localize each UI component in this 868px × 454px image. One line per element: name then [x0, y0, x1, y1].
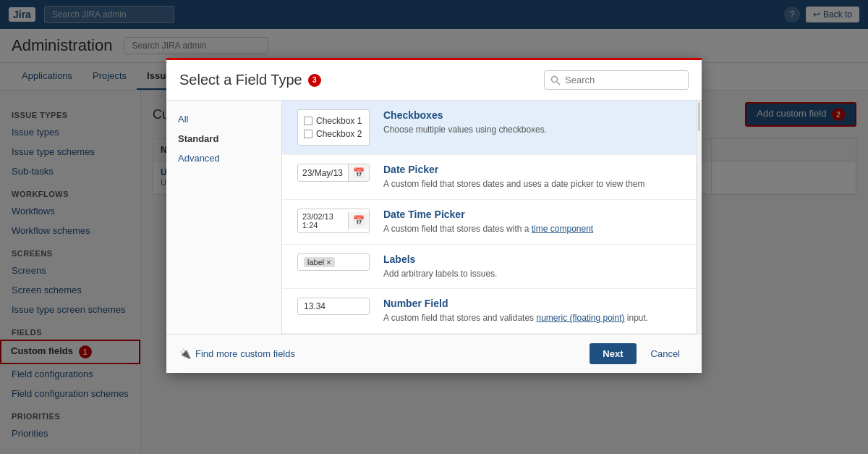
field-type-datetime-picker[interactable]: 23/02/13 1:24 📅 Date Time Picker A custo… [282, 200, 696, 245]
labels-desc: Add arbitrary labels to issues. [383, 268, 684, 280]
modal-step-badge: 3 [308, 74, 321, 87]
checkbox-label-1: Checkbox 1 [316, 116, 362, 126]
datetime-picker-desc: A custom field that stores dates with a … [383, 223, 684, 235]
checkbox-icon-2 [304, 130, 312, 138]
number-preview-box: 13.34 [297, 298, 370, 315]
field-type-number[interactable]: 13.34 Number Field A custom field that s… [282, 289, 696, 334]
number-preview: 13.34 [294, 298, 373, 315]
modal-footer: 🔌 Find more custom fields Next Cancel [166, 334, 702, 373]
number-name: Number Field [383, 298, 684, 309]
date-preview-text: 23/May/13 [298, 165, 348, 181]
find-more-label: Find more custom fields [195, 348, 295, 359]
checkbox-label-2: Checkbox 2 [316, 129, 362, 139]
numeric-link[interactable]: numeric (floating point) [536, 313, 624, 323]
modal-filter-all[interactable]: All [166, 109, 281, 129]
scroll-indicator [696, 101, 702, 334]
modal-title-area: Select a Field Type 3 [179, 72, 321, 88]
labels-info: Labels Add arbitrary labels to issues. [383, 253, 684, 280]
modal-filter-standard-label: Standard [166, 129, 281, 148]
date-picker-info: Date Picker A custom field that stores d… [383, 164, 684, 190]
label-tag-close: × [326, 258, 331, 266]
calendar-icon: 📅 [348, 164, 369, 181]
datetime-preview-text: 23/02/13 1:24 [298, 209, 348, 232]
scrollbar-thumb[interactable] [698, 102, 700, 131]
date-picker-desc: A custom field that stores dates and use… [383, 178, 684, 190]
cancel-button[interactable]: Cancel [642, 343, 689, 364]
modal-body: All Standard Advanced Checkbox 1 [166, 101, 702, 334]
date-picker-name: Date Picker [383, 164, 684, 175]
checkboxes-desc: Choose multiple values using checkboxes. [383, 124, 684, 136]
datetime-picker-info: Date Time Picker A custom field that sto… [383, 209, 684, 235]
modal: Select a Field Type 3 All Standard Advan… [166, 58, 702, 373]
time-component-link[interactable]: time component [532, 224, 593, 234]
modal-header-right [544, 70, 689, 90]
number-desc: A custom field that stores and validates… [383, 312, 684, 324]
modal-overlay: Select a Field Type 3 All Standard Advan… [0, 0, 868, 454]
checkboxes-info: Checkboxes Choose multiple values using … [383, 109, 684, 136]
field-type-date-picker[interactable]: 23/May/13 📅 Date Picker A custom field t… [282, 155, 696, 200]
checkbox-item-1: Checkbox 1 [304, 116, 363, 126]
checkboxes-preview: Checkbox 1 Checkbox 2 [294, 109, 373, 146]
modal-search-input[interactable] [544, 70, 689, 90]
datetime-picker-preview: 23/02/13 1:24 📅 [294, 209, 373, 233]
field-type-checkboxes[interactable]: Checkbox 1 Checkbox 2 Checkboxes Choose … [282, 101, 696, 155]
modal-filter-advanced[interactable]: Advanced [166, 148, 281, 168]
labels-name: Labels [383, 253, 684, 265]
plugin-icon: 🔌 [179, 348, 191, 359]
modal-footer-buttons: Next Cancel [590, 343, 689, 364]
field-type-labels[interactable]: label × Labels Add arbitrary labels to i… [282, 245, 696, 290]
modal-content-area: Checkbox 1 Checkbox 2 Checkboxes Choose … [282, 101, 696, 334]
next-button[interactable]: Next [590, 343, 636, 364]
modal-sidebar: All Standard Advanced [166, 101, 282, 334]
label-tag: label × [304, 257, 335, 267]
modal-title: Select a Field Type [179, 72, 302, 88]
calendar-time-icon: 📅 [348, 212, 369, 229]
checkbox-icon-1 [304, 117, 312, 125]
find-more-link[interactable]: 🔌 Find more custom fields [179, 348, 295, 359]
datetime-picker-name: Date Time Picker [383, 209, 684, 220]
checkboxes-name: Checkboxes [383, 109, 684, 121]
label-tag-text: label [307, 258, 324, 266]
number-info: Number Field A custom field that stores … [383, 298, 684, 324]
modal-header: Select a Field Type 3 [166, 58, 702, 101]
checkbox-item-2: Checkbox 2 [304, 129, 363, 139]
labels-preview: label × [294, 253, 373, 271]
date-picker-preview: 23/May/13 📅 [294, 164, 373, 182]
